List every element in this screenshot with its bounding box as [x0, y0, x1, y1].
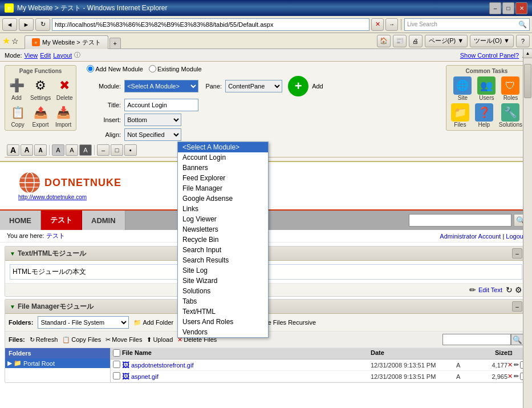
move-files-button[interactable]: ✂ Move Files — [105, 336, 142, 344]
module-select[interactable]: <Select A Module> Account Login Banners … — [124, 80, 198, 92]
fm-file1-edit-icon[interactable]: ✏ — [514, 361, 519, 369]
dropdown-item-accountlogin[interactable]: Account Login — [178, 152, 268, 163]
refresh-module-icon[interactable]: ↻ — [506, 285, 513, 294]
pane-select[interactable]: ContentPane — [225, 80, 282, 92]
fm-search-button[interactable]: 🔍 — [511, 334, 523, 345]
forward-button[interactable]: ► — [19, 18, 34, 31]
tools-menu-button[interactable]: ツール(O) ▼ — [470, 35, 514, 47]
dropdown-item-vendors[interactable]: Vendors — [178, 327, 268, 337]
box-button[interactable]: □ — [111, 144, 123, 156]
fm-folder-select[interactable]: Standard - File System — [38, 316, 129, 329]
text-white-bg-button[interactable]: A — [66, 144, 78, 156]
site-button[interactable]: 🌐 Site — [453, 76, 472, 101]
dropdown-item-texthtml[interactable]: Text/HTML — [178, 306, 268, 317]
stop-button[interactable]: ✕ — [371, 18, 384, 31]
refresh-button[interactable]: ↻ — [35, 18, 50, 31]
fm-select-all-checkbox[interactable] — [113, 349, 120, 357]
font-medium-button[interactable]: A — [21, 144, 33, 156]
fm-file2-checkbox[interactable] — [113, 372, 120, 379]
import-button[interactable]: 📥 Import — [54, 103, 72, 128]
new-tab-button[interactable]: + — [109, 38, 121, 49]
insert-select[interactable]: Bottom — [124, 114, 181, 126]
home-button[interactable]: 🏠 — [377, 35, 391, 47]
fm-file2-edit-icon[interactable]: ✏ — [514, 373, 519, 380]
scroll-thumb[interactable] — [524, 64, 531, 98]
dropdown-item-searchinput[interactable]: Search Input — [178, 245, 268, 255]
fill-button[interactable]: ▪ — [124, 144, 137, 156]
dropdown-item-recyclebin[interactable]: Recycle Bin — [178, 235, 268, 245]
dropdown-item-links[interactable]: Links — [178, 204, 268, 214]
dropdown-item-logviewer[interactable]: Log Viewer — [178, 214, 268, 224]
fm-file2-name[interactable]: 🖼 aspnet.gif — [122, 372, 371, 381]
dropdown-item-filemanager[interactable]: File Manager — [178, 183, 268, 193]
fm-file1-checkbox[interactable] — [113, 361, 120, 368]
export-button[interactable]: 📤 Export — [31, 103, 50, 128]
layout-link[interactable]: Layout — [53, 52, 72, 59]
dnn-url-link[interactable]: http://www.dotnetnuke.com — [18, 194, 87, 200]
view-link[interactable]: View — [25, 52, 38, 59]
favorites-icon[interactable]: ☆ — [11, 37, 19, 46]
text-module-triangle-icon[interactable]: ▼ — [10, 251, 15, 257]
add-new-radio[interactable] — [87, 65, 94, 72]
settings-button[interactable]: ⚙ Settings — [30, 76, 51, 101]
font-small-button[interactable]: A — [34, 144, 47, 156]
delete-button[interactable]: ✖ Delete — [55, 76, 74, 101]
add-folder-button[interactable]: 📁 Add Folder — [133, 319, 173, 326]
add-module-button[interactable]: + — [288, 76, 308, 96]
add-page-button[interactable]: ➕ Add — [7, 76, 26, 101]
dropdown-item-googleadsense[interactable]: Google Adsense — [178, 193, 268, 204]
feeds-button[interactable]: 📰 — [393, 35, 407, 47]
solutions-button[interactable]: 🔧 Solutions — [499, 103, 522, 128]
roles-button[interactable]: 🛡 Roles — [501, 76, 519, 101]
show-cp-label[interactable]: Show Control Panel? — [460, 52, 519, 59]
align-select[interactable]: Not Specified — [124, 128, 181, 141]
fm-triangle-icon[interactable]: ▼ — [10, 304, 15, 310]
upload-files-button[interactable]: ⬆ Upload — [147, 336, 173, 344]
close-button[interactable]: ✕ — [515, 2, 527, 14]
edit-text-link[interactable]: Edit Text — [478, 286, 502, 293]
fm-collapse-button[interactable]: – — [512, 301, 522, 312]
edit-pencil-icon[interactable]: ✏ — [469, 285, 476, 294]
settings-module-icon[interactable]: ⚙ — [515, 285, 522, 294]
vertical-scrollbar[interactable]: ▲ ▼ — [523, 49, 532, 408]
title-input[interactable] — [124, 99, 198, 111]
page-menu-button[interactable]: ページ(P) ▼ — [425, 35, 468, 47]
fm-search-input[interactable] — [442, 334, 511, 345]
admin-nav-item[interactable]: ADMIN — [82, 211, 125, 230]
fm-file1-name[interactable]: 🖼 aspdotnetstorefront.gif — [122, 361, 371, 369]
text-normal-button[interactable]: A — [52, 144, 64, 156]
logout-link[interactable]: Logout — [506, 233, 525, 240]
help-button[interactable]: ❓ Help — [475, 103, 493, 128]
refresh-files-button[interactable]: ↻ Refresh — [30, 336, 58, 344]
dropdown-item-solutions[interactable]: Solutions — [178, 286, 268, 296]
back-button[interactable]: ◄ — [2, 18, 17, 31]
nav-search-input[interactable] — [409, 214, 511, 227]
copy-files-button[interactable]: 📋 Copy Files — [62, 336, 101, 344]
text-module-collapse-button[interactable]: – — [512, 248, 522, 258]
dropdown-item-feedexplorer[interactable]: Feed Explorer — [178, 173, 268, 183]
info-icon[interactable]: ⓘ — [74, 51, 80, 59]
scroll-up-button[interactable]: ▲ — [523, 49, 532, 58]
go-button[interactable]: → — [385, 18, 398, 31]
fm-folder-portal-root[interactable]: ▶ 📁 Portal Root — [5, 358, 110, 368]
dropdown-item-sitelog[interactable]: Site Log — [178, 265, 268, 276]
dropdown-item-select[interactable]: <Select A Module> — [178, 142, 268, 152]
files-button[interactable]: 📁 Files — [451, 103, 469, 128]
dropdown-item-banners[interactable]: Banners — [178, 163, 268, 173]
font-large-button[interactable]: A — [7, 144, 19, 156]
search-icon[interactable]: 🔍 — [518, 21, 527, 29]
address-input[interactable] — [52, 18, 369, 31]
home-nav-item[interactable]: HOME — [0, 211, 41, 230]
help-menu-button[interactable]: ? — [516, 35, 530, 47]
fm-file1-delete-icon[interactable]: ✕ — [507, 361, 513, 369]
favorites-star-icon[interactable]: ★ — [2, 35, 10, 46]
search-input[interactable] — [439, 21, 518, 28]
copy-button[interactable]: 📋 Copy — [9, 103, 27, 128]
dropdown-item-usersroles[interactable]: Users And Roles — [178, 317, 268, 327]
resize-icon[interactable]: ⊡ — [507, 350, 512, 356]
fm-file2-delete-icon[interactable]: ✕ — [507, 373, 513, 380]
print-button[interactable]: 🖨 — [409, 35, 423, 47]
minus-button[interactable]: – — [97, 144, 109, 156]
edit-link[interactable]: Edit — [40, 52, 51, 59]
dropdown-item-newsletters[interactable]: Newsletters — [178, 224, 268, 235]
